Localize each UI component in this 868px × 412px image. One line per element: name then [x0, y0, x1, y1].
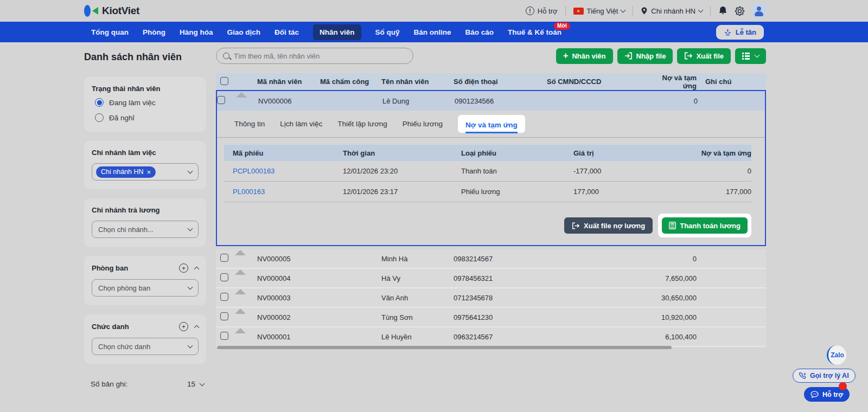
add-department-icon[interactable]: + — [179, 263, 188, 273]
nav-item-thue-ke-toan[interactable]: Thuế & Kế toán Mới — [508, 28, 561, 36]
button-label: Xuất file nợ lương — [584, 222, 645, 230]
voucher-link[interactable]: PCPL000163 — [233, 167, 275, 175]
col-header-idcard[interactable]: Số CMND/CCCD — [547, 78, 650, 86]
nav-item-so-quy[interactable]: Sổ quỹ — [375, 28, 400, 36]
help-icon: ! — [526, 7, 534, 15]
radio-option-left[interactable]: Đã nghỉ — [95, 113, 199, 122]
cell-code: NV000002 — [257, 313, 320, 321]
select-all-checkbox[interactable] — [220, 77, 228, 85]
filter-label: Phòng ban — [92, 264, 128, 272]
user-avatar[interactable] — [752, 4, 766, 18]
top-bar: KiotViet ! Hỗ trợ ★ Tiếng Việt Chi nhánh… — [0, 0, 868, 22]
col-header-note[interactable]: Ghi chú — [697, 78, 766, 86]
nav-item-doi-tac[interactable]: Đối tác — [275, 28, 299, 36]
export-file-button[interactable]: Xuất file — [677, 48, 731, 64]
help-menu[interactable]: ! Hỗ trợ — [526, 7, 558, 15]
cell-phone: 0901234566 — [455, 97, 548, 105]
table-row-expanded[interactable]: NV000006 Lê Dung 0901234566 0 — [217, 91, 765, 111]
cell-code: NV000005 — [257, 255, 320, 263]
reception-icon — [724, 28, 732, 36]
col-header-phone[interactable]: Số điện thoại — [454, 78, 547, 86]
collapse-chevron-icon[interactable] — [194, 325, 200, 331]
records-per-page: Số bản ghi: 15 — [84, 380, 206, 388]
row-checkbox[interactable] — [220, 332, 228, 340]
row-checkbox[interactable] — [220, 312, 228, 320]
notifications-bell-icon[interactable] — [718, 6, 727, 16]
employee-rows: NV000005 Minh Hà 0983214567 0 NV000004 H… — [216, 249, 766, 347]
table-row[interactable]: NV000003 Vân Anh 0712345678 30,650,000 — [216, 288, 766, 308]
search-box[interactable] — [216, 48, 413, 64]
col-header-timecode[interactable]: Mã chấm công — [320, 78, 381, 86]
columns-menu-button[interactable] — [735, 48, 766, 64]
row-checkbox[interactable] — [220, 273, 228, 281]
subcell-debt: 177,000 — [687, 188, 751, 196]
brand[interactable]: KiotViet — [84, 5, 139, 17]
chip-close-icon[interactable]: × — [147, 168, 151, 176]
table-row[interactable]: NV000002 Tùng Sơn 0975641230 10,920,000 — [216, 308, 766, 327]
subcol-header-time: Thời gian — [343, 149, 461, 157]
nav-item-hang-hoa[interactable]: Hàng hóa — [180, 28, 213, 36]
pay-button-highlight: Thanh toán lương — [658, 214, 751, 237]
horizontal-scrollbar[interactable] — [217, 346, 672, 349]
branch-chip[interactable]: Chi nhánh HN × — [96, 166, 156, 178]
ai-assistant-call-button[interactable]: Gọi trợ lý AI — [793, 369, 856, 383]
voucher-link[interactable]: PL000163 — [233, 188, 265, 196]
kiotviet-logo-icon — [84, 5, 98, 17]
cell-debt: 7,650,000 — [650, 274, 697, 282]
export-salary-debt-button[interactable]: Xuất file nợ lương — [564, 217, 653, 234]
reception-label: Lễ tân — [736, 28, 756, 36]
cell-phone: 0963214567 — [454, 333, 547, 341]
add-job-title-icon[interactable]: + — [179, 322, 188, 331]
records-select[interactable]: 15 — [187, 380, 204, 388]
tab-thiet-lap-luong[interactable]: Thiết lập lương — [337, 120, 387, 128]
radio-option-working[interactable]: Đang làm việc — [95, 98, 199, 107]
pay-salary-button[interactable]: Thanh toán lương — [662, 217, 748, 234]
collapse-chevron-icon[interactable] — [194, 267, 200, 272]
chevron-down-icon — [698, 8, 704, 13]
cell-phone: 0712345678 — [454, 294, 547, 302]
nav-item-giao-dich[interactable]: Giao dịch — [227, 28, 261, 36]
subcol-header-id: Mã phiếu — [224, 149, 343, 157]
work-branch-select[interactable]: Chi nhánh HN × — [92, 163, 199, 181]
branch-selector[interactable]: Chi nhánh HN — [641, 7, 703, 15]
row-checkbox[interactable] — [220, 254, 228, 262]
chevron-down-icon — [188, 226, 193, 231]
tab-lich-lam-viec[interactable]: Lịch làm việc — [280, 120, 322, 128]
subcell-type: Phiếu lương — [461, 188, 573, 196]
cell-name: Vân Anh — [381, 294, 454, 302]
button-label: Thanh toán lương — [680, 222, 741, 230]
reception-button[interactable]: Lễ tân — [716, 25, 764, 40]
col-header-debt[interactable]: Nợ và tạm ứng — [650, 74, 697, 90]
nav-item-bao-cao[interactable]: Báo cáo — [465, 28, 494, 36]
nav-item-phong[interactable]: Phòng — [143, 28, 165, 36]
nav-item-tong-quan[interactable]: Tổng quan — [91, 28, 129, 36]
tab-thong-tin[interactable]: Thông tin — [234, 120, 265, 128]
tab-no-va-tam-ung[interactable]: Nợ và tạm ứng — [465, 121, 518, 133]
cell-phone: 0978456321 — [454, 274, 547, 282]
nav-item-ban-online[interactable]: Bán online — [414, 28, 451, 36]
language-selector[interactable]: ★ Tiếng Việt — [573, 7, 626, 15]
col-header-code[interactable]: Mã nhân viên — [257, 78, 320, 86]
import-file-button[interactable]: Nhập file — [617, 48, 673, 64]
row-checkbox[interactable] — [220, 293, 228, 301]
col-header-name[interactable]: Tên nhân viên — [381, 78, 454, 86]
search-input[interactable] — [234, 52, 406, 60]
settings-gear-icon[interactable] — [735, 7, 744, 16]
job-title-select[interactable]: Chọn chức danh — [92, 338, 199, 355]
pay-branch-select[interactable]: Chọn chi nhánh... — [92, 221, 199, 238]
table-row[interactable]: NV000001 Lê Huyền 0963214567 6,100,400 — [216, 327, 766, 347]
table-row[interactable]: NV000004 Hà Vy 0978456321 7,650,000 — [216, 269, 766, 288]
add-employee-button[interactable]: + Nhân viên — [556, 48, 612, 64]
tab-phieu-luong[interactable]: Phiếu lương — [403, 120, 443, 128]
radio-selected-icon[interactable] — [95, 98, 104, 107]
table-row[interactable]: NV000005 Minh Hà 0983214567 0 — [216, 249, 766, 269]
language-label: Tiếng Việt — [587, 7, 618, 15]
cell-code: NV000006 — [258, 97, 321, 105]
search-icon — [223, 53, 229, 59]
cell-code: NV000004 — [257, 274, 320, 282]
department-select[interactable]: Chọn phòng ban — [92, 279, 199, 297]
zalo-widget[interactable]: Zalo — [827, 345, 846, 365]
radio-unselected-icon[interactable] — [95, 113, 104, 122]
row-checkbox[interactable] — [217, 96, 225, 104]
nav-item-nhan-vien[interactable]: Nhân viên — [313, 24, 361, 40]
